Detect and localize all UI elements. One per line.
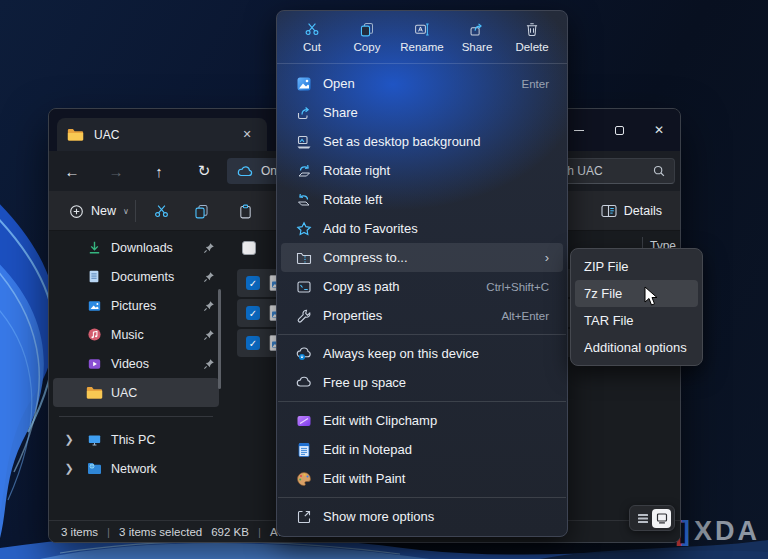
large-icons-view-button[interactable] — [652, 509, 671, 528]
menu-item-label: Always keep on this device — [323, 346, 549, 361]
favorites-star-icon — [294, 221, 314, 237]
thumbnail-view-icon — [656, 513, 668, 524]
chevron-down-icon: ∨ — [123, 207, 129, 216]
new-button[interactable]: New ∨ — [59, 197, 139, 225]
rename-label: Rename — [400, 41, 443, 53]
notepad-icon — [294, 442, 314, 458]
copy-path-icon — [294, 279, 314, 295]
menu-item-label: Rotate right — [323, 163, 549, 178]
navigation-pane: Downloads Documents — [49, 231, 223, 520]
rename-menu-button[interactable]: Rename — [396, 14, 448, 60]
copy-label: Copy — [354, 41, 381, 53]
menu-item-label: Open — [323, 76, 513, 91]
close-button[interactable]: ✕ — [639, 109, 679, 151]
sidebar-item-pictures[interactable]: Pictures — [53, 291, 219, 320]
xda-watermark: []XDA — [675, 516, 760, 547]
details-button-label: Details — [624, 204, 662, 218]
context-menu-items: Open Enter Share Set as desktop backgrou… — [277, 64, 567, 536]
rotate-right-icon — [294, 163, 314, 179]
list-view-icon — [637, 513, 649, 524]
sidebar-item-videos[interactable]: Videos — [53, 349, 219, 378]
sidebar-item-this-pc[interactable]: ❯ This PC — [53, 425, 219, 454]
menu-item-add-to-favorites[interactable]: Add to Favorites — [281, 214, 563, 243]
delete-label: Delete — [515, 41, 548, 53]
menu-item-label: Set as desktop background — [323, 134, 549, 149]
submenu-item-tar-file[interactable]: TAR File — [575, 307, 698, 334]
sidebar-item-label: Music — [111, 328, 191, 342]
chevron-right-icon[interactable]: ❯ — [61, 462, 77, 475]
menu-item-edit-in-notepad[interactable]: Edit in Notepad — [281, 435, 563, 464]
menu-item-rotate-left[interactable]: Rotate left — [281, 185, 563, 214]
menu-item-edit-with-paint[interactable]: Edit with Paint — [281, 464, 563, 493]
submenu-item-label: 7z File — [584, 286, 622, 301]
maximize-button[interactable] — [599, 109, 639, 151]
checkbox-checked-icon[interactable]: ✓ — [246, 276, 260, 290]
menu-item-free-up-space[interactable]: Free up space — [281, 368, 563, 397]
copy-menu-button[interactable]: Copy — [341, 14, 393, 60]
menu-item-always-keep-on-device[interactable]: Always keep on this device — [281, 339, 563, 368]
menu-item-label: Rotate left — [323, 192, 549, 207]
paste-button[interactable] — [231, 197, 259, 225]
mouse-cursor-icon — [644, 286, 659, 307]
menu-item-shortcut: Enter — [522, 78, 550, 90]
desktop-background-icon — [294, 134, 314, 150]
search-icon[interactable] — [652, 164, 666, 178]
sidebar-item-label: This PC — [111, 433, 219, 447]
menu-item-set-as-desktop-background[interactable]: Set as desktop background — [281, 127, 563, 156]
tab-uac[interactable]: UAC ✕ — [57, 118, 267, 151]
select-all-checkbox[interactable] — [242, 241, 256, 255]
compress-folder-icon — [294, 250, 314, 266]
details-view-button[interactable] — [633, 509, 652, 528]
clipchamp-icon — [294, 413, 314, 429]
share-menu-button[interactable]: Share — [451, 14, 503, 60]
submenu-item-zip-file[interactable]: ZIP File — [575, 253, 698, 280]
sidebar-scrollbar[interactable] — [218, 289, 221, 389]
cut-icon — [303, 21, 321, 38]
up-button[interactable]: ↑ — [144, 156, 174, 186]
menu-item-copy-as-path[interactable]: Copy as path Ctrl+Shift+C — [281, 272, 563, 301]
menu-item-compress-to[interactable]: Compress to... › — [281, 243, 563, 272]
cut-button[interactable] — [147, 197, 175, 225]
menu-item-open[interactable]: Open Enter — [281, 69, 563, 98]
sidebar-item-uac[interactable]: UAC — [53, 378, 219, 407]
menu-item-show-more-options[interactable]: Show more options — [281, 502, 563, 531]
forward-button[interactable]: → — [101, 156, 131, 186]
tab-close-icon[interactable]: ✕ — [237, 125, 257, 145]
videos-icon — [85, 357, 103, 371]
chevron-right-icon[interactable]: ❯ — [61, 433, 77, 446]
onedrive-cloud-icon — [237, 165, 253, 177]
new-button-label: New — [91, 204, 116, 218]
submenu-item-7z-file[interactable]: 7z File — [575, 280, 698, 307]
menu-separator — [278, 497, 566, 498]
submenu-item-label: Additional options — [584, 340, 687, 355]
sidebar-item-documents[interactable]: Documents — [53, 262, 219, 291]
menu-item-share[interactable]: Share — [281, 98, 563, 127]
menu-item-rotate-right[interactable]: Rotate right — [281, 156, 563, 185]
sidebar-item-downloads[interactable]: Downloads — [53, 233, 219, 262]
refresh-button[interactable]: ↻ — [189, 156, 219, 186]
checkbox-checked-icon[interactable]: ✓ — [246, 306, 260, 320]
checkbox-checked-icon[interactable]: ✓ — [246, 336, 260, 350]
status-selection: 3 items selected — [119, 526, 202, 538]
sidebar-item-network[interactable]: ❯ Network — [53, 454, 219, 483]
status-selection-size: 692 KB — [211, 526, 249, 538]
submenu-item-label: TAR File — [584, 313, 634, 328]
menu-item-label: Show more options — [323, 509, 549, 524]
sidebar-item-label: Network — [111, 462, 219, 476]
menu-item-shortcut: Alt+Enter — [501, 310, 549, 322]
submenu-item-additional-options[interactable]: Additional options — [575, 334, 698, 361]
back-button[interactable]: ← — [57, 156, 87, 186]
tab-title: UAC — [94, 128, 227, 142]
copy-button[interactable] — [187, 197, 215, 225]
delete-icon — [523, 21, 541, 38]
delete-menu-button[interactable]: Delete — [506, 14, 558, 60]
share-label: Share — [462, 41, 493, 53]
paint-palette-icon — [294, 471, 314, 487]
menu-separator — [278, 401, 566, 402]
paste-icon — [237, 203, 254, 220]
sidebar-item-music[interactable]: Music — [53, 320, 219, 349]
cut-menu-button[interactable]: Cut — [286, 14, 338, 60]
details-button[interactable]: Details — [593, 197, 670, 225]
menu-item-properties[interactable]: Properties Alt+Enter — [281, 301, 563, 330]
menu-item-edit-with-clipchamp[interactable]: Edit with Clipchamp — [281, 406, 563, 435]
